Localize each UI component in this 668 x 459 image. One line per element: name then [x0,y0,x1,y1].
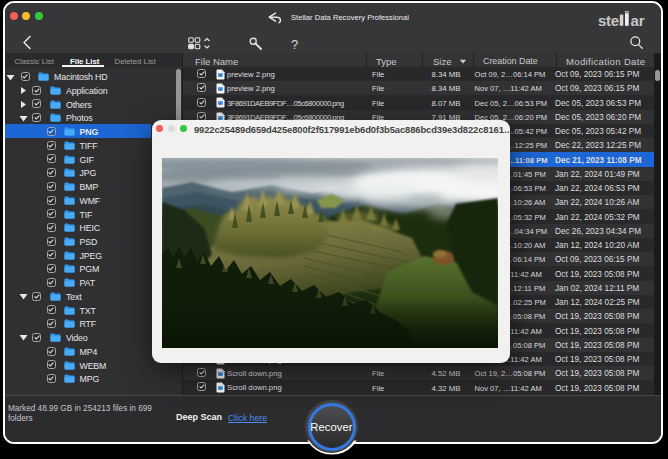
svg-text:ar: ar [631,12,645,29]
svg-text:ste: ste [598,12,619,29]
